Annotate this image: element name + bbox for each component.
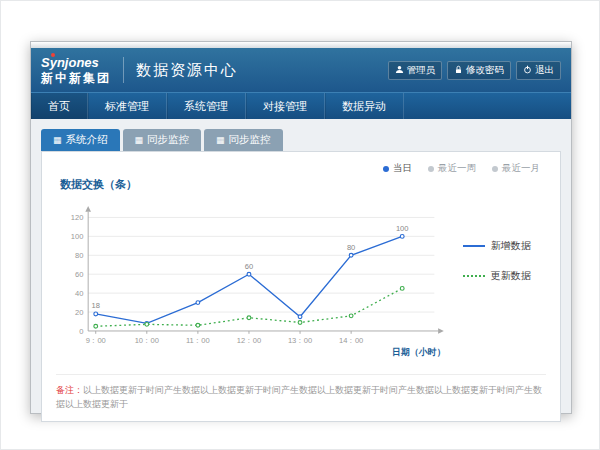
svg-text:日期（小时）: 日期（小时） bbox=[392, 347, 446, 357]
series-legend: 新增数据更新数据 bbox=[463, 194, 546, 362]
filter-2[interactable]: 最近一月 bbox=[492, 162, 540, 175]
series-line bbox=[96, 288, 402, 326]
svg-text:60: 60 bbox=[75, 270, 83, 279]
legend-item-1: 更新数据 bbox=[463, 269, 546, 283]
footnote-prefix: 备注： bbox=[56, 385, 83, 395]
data-point bbox=[400, 287, 404, 291]
footnote-text: 以上数据更新于时间产生数据以上数据更新于时间产生数据以上数据更新于时间产生数据以… bbox=[56, 385, 542, 409]
data-point bbox=[196, 323, 200, 327]
svg-text:120: 120 bbox=[71, 213, 84, 222]
grid-icon: ▦ bbox=[216, 136, 225, 145]
main-nav: 首页标准管理系统管理对接管理数据异动 bbox=[31, 92, 571, 119]
nav-item-2[interactable]: 系统管理 bbox=[167, 93, 246, 119]
time-filter-group: 当日最近一周最近一月 bbox=[56, 158, 546, 175]
series-line bbox=[96, 236, 402, 323]
svg-text:14：00: 14：00 bbox=[339, 336, 363, 345]
footnote: 备注：以上数据更新于时间产生数据以上数据更新于时间产生数据以上数据更新于时间产生… bbox=[56, 374, 546, 411]
app-window: Synjones 新中新集团 数据资源中心 管理员 修改密码 bbox=[30, 41, 572, 414]
line-chart: 0204060801001209：0010：0011：0012：0013：001… bbox=[56, 194, 463, 362]
tab-label: 同步监控 bbox=[229, 133, 271, 147]
data-point bbox=[196, 301, 200, 305]
grid-icon: ▦ bbox=[53, 136, 62, 145]
filter-label: 当日 bbox=[393, 162, 412, 175]
data-point bbox=[94, 312, 98, 316]
chart-y-axis-title: 数据交换（条） bbox=[60, 177, 546, 192]
filter-dot-icon bbox=[383, 166, 389, 172]
svg-text:9：00: 9：00 bbox=[86, 336, 106, 345]
filter-label: 最近一周 bbox=[438, 162, 476, 175]
legend-label: 更新数据 bbox=[491, 269, 531, 283]
filter-1[interactable]: 最近一周 bbox=[428, 162, 476, 175]
user-icon bbox=[395, 65, 404, 76]
legend-label: 新增数据 bbox=[491, 239, 531, 253]
data-point bbox=[400, 234, 404, 238]
svg-text:18: 18 bbox=[92, 301, 100, 310]
tab-1[interactable]: ▦同步监控 bbox=[123, 129, 202, 151]
nav-item-3[interactable]: 对接管理 bbox=[246, 93, 325, 119]
app-header: Synjones 新中新集团 数据资源中心 管理员 修改密码 bbox=[31, 48, 571, 92]
tab-2[interactable]: ▦同步监控 bbox=[204, 129, 283, 151]
filter-dot-icon bbox=[428, 166, 434, 172]
nav-item-4[interactable]: 数据异动 bbox=[325, 93, 404, 119]
nav-item-1[interactable]: 标准管理 bbox=[88, 93, 167, 119]
screenshot-frame: Synjones 新中新集团 数据资源中心 管理员 修改密码 bbox=[0, 0, 600, 450]
nav-item-0[interactable]: 首页 bbox=[31, 93, 88, 119]
svg-text:13：00: 13：00 bbox=[288, 336, 312, 345]
svg-text:100: 100 bbox=[71, 232, 84, 241]
chart-row: 0204060801001209：0010：0011：0012：0013：001… bbox=[56, 194, 546, 362]
change-password-label: 修改密码 bbox=[466, 64, 504, 77]
filter-0[interactable]: 当日 bbox=[383, 162, 412, 175]
grid-icon: ▦ bbox=[135, 136, 144, 145]
brand-logo: Synjones 新中新集团 bbox=[41, 56, 111, 85]
data-point bbox=[247, 272, 251, 276]
data-point bbox=[247, 316, 251, 320]
data-point bbox=[349, 314, 353, 318]
svg-text:60: 60 bbox=[245, 262, 253, 271]
legend-line-sample bbox=[463, 275, 485, 277]
data-point bbox=[94, 324, 98, 328]
company-name: 新中新集团 bbox=[41, 71, 111, 85]
logo-text: Synjones bbox=[41, 56, 111, 69]
svg-text:40: 40 bbox=[75, 289, 83, 298]
svg-text:11：00: 11：00 bbox=[186, 336, 210, 345]
logout-label: 退出 bbox=[535, 64, 554, 77]
lock-icon bbox=[454, 65, 463, 76]
content-area: ▦系统介绍▦同步监控▦同步监控 当日最近一周最近一月 数据交换（条） 02040… bbox=[31, 119, 571, 432]
svg-text:12：00: 12：00 bbox=[237, 336, 261, 345]
tab-bar: ▦系统介绍▦同步监控▦同步监控 bbox=[41, 129, 561, 151]
power-icon bbox=[523, 65, 532, 76]
header-divider bbox=[123, 57, 124, 83]
svg-text:20: 20 bbox=[75, 308, 83, 317]
admin-user-button[interactable]: 管理员 bbox=[388, 61, 443, 80]
svg-text:100: 100 bbox=[396, 224, 409, 233]
logout-button[interactable]: 退出 bbox=[516, 61, 561, 80]
tab-0[interactable]: ▦系统介绍 bbox=[41, 129, 120, 151]
tab-label: 系统介绍 bbox=[66, 133, 108, 147]
data-point bbox=[298, 321, 302, 325]
legend-line-sample bbox=[463, 245, 485, 247]
admin-user-label: 管理员 bbox=[407, 64, 436, 77]
user-toolbar: 管理员 修改密码 退出 bbox=[388, 61, 562, 80]
legend-item-0: 新增数据 bbox=[463, 239, 546, 253]
data-point bbox=[145, 322, 149, 326]
tab-label: 同步监控 bbox=[147, 133, 189, 147]
svg-text:10：00: 10：00 bbox=[135, 336, 159, 345]
svg-text:80: 80 bbox=[347, 243, 355, 252]
svg-text:0: 0 bbox=[79, 327, 83, 336]
data-point bbox=[349, 253, 353, 257]
change-password-button[interactable]: 修改密码 bbox=[447, 61, 511, 80]
svg-text:80: 80 bbox=[75, 251, 83, 260]
page-title: 数据资源中心 bbox=[136, 61, 238, 80]
filter-dot-icon bbox=[492, 166, 498, 172]
filter-label: 最近一月 bbox=[502, 162, 540, 175]
data-point bbox=[298, 315, 302, 319]
chart-card: 当日最近一周最近一月 数据交换（条） 0204060801001209：0010… bbox=[41, 151, 561, 422]
